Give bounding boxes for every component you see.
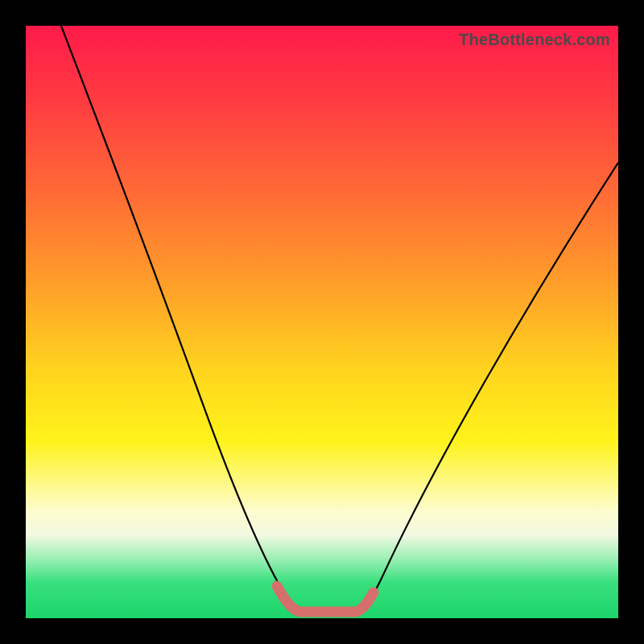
- chart-frame: TheBottleneck.com: [0, 0, 644, 644]
- bottleneck-curve: [61, 26, 618, 614]
- chart-svg: [26, 26, 618, 618]
- trough-marker: [277, 586, 374, 612]
- plot-area: TheBottleneck.com: [26, 26, 618, 618]
